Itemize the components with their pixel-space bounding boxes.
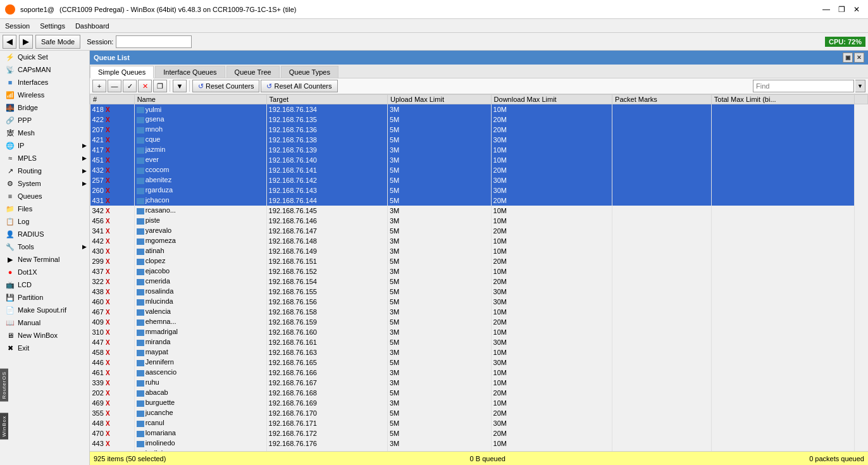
- sidebar-item-tools[interactable]: 🔧 Tools ▶: [0, 240, 89, 253]
- cell-name: maypat: [134, 347, 266, 357]
- safe-mode-button[interactable]: Safe Mode: [35, 35, 80, 49]
- sidebar-item-mesh[interactable]: 🕸 Mesh: [0, 127, 89, 139]
- table-row[interactable]: 257 X abenitez 192.168.76.142 5M 30M: [90, 175, 868, 185]
- table-row[interactable]: 467 X valencia 192.168.76.158 3M 10M: [90, 307, 868, 317]
- table-row[interactable]: 342 X rcasano... 192.168.76.145 3M 10M: [90, 206, 868, 216]
- sidebar-item-files[interactable]: 📁 Files: [0, 202, 89, 215]
- sidebar-item-ppp[interactable]: 🔗 PPP: [0, 114, 89, 127]
- table-row[interactable]: 260 X rgarduza 192.168.76.143 5M 30M: [90, 185, 868, 195]
- copy-button[interactable]: ❐: [153, 80, 167, 92]
- tab-queue-types[interactable]: Queue Types: [281, 66, 338, 78]
- table-row[interactable]: 438 X rosalinda 192.168.76.155 5M 30M: [90, 287, 868, 297]
- col-total[interactable]: Total Max Limit (bi...: [711, 95, 854, 104]
- sidebar-item-capsman[interactable]: 📡 CAPsMAN: [0, 63, 89, 76]
- sidebar-item-new-terminal[interactable]: ▶ New Terminal: [0, 253, 89, 266]
- table-row[interactable]: 443 X imolinedo 192.168.76.176 3M 10M: [90, 438, 868, 449]
- sidebar-item-lcd[interactable]: 📺 LCD: [0, 278, 89, 291]
- sidebar-item-queues[interactable]: ≡ Queues: [0, 190, 89, 202]
- sidebar-item-mpls[interactable]: ≈ MPLS ▶: [0, 152, 89, 164]
- add-button[interactable]: +: [92, 80, 106, 92]
- table-row[interactable]: 469 X burguette 192.168.76.169 3M 10M: [90, 398, 868, 408]
- tab-queue-tree[interactable]: Queue Tree: [226, 66, 280, 78]
- queue-header-close[interactable]: ✕: [854, 53, 864, 63]
- maximize-button[interactable]: ❐: [835, 3, 848, 16]
- table-row[interactable]: 447 X miranda 192.168.76.161 5M 30M: [90, 337, 868, 347]
- cell-download: 10M: [491, 438, 612, 449]
- col-num[interactable]: #: [90, 95, 135, 104]
- table-row[interactable]: 299 X clopez 192.168.76.151 5M 20M: [90, 256, 868, 266]
- table-row[interactable]: 355 X jucanche 192.168.76.170 5M 20M: [90, 408, 868, 418]
- cell-name: lomariana: [134, 428, 266, 438]
- table-row[interactable]: 460 X mlucinda 192.168.76.156 5M 30M: [90, 297, 868, 307]
- table-row[interactable]: 322 X cmerida 192.168.76.154 5M 20M: [90, 276, 868, 287]
- sidebar-item-radius[interactable]: 👤 RADIUS: [0, 228, 89, 240]
- col-download[interactable]: Download Max Limit: [491, 95, 612, 104]
- sidebar-item-wireless[interactable]: 📶 Wireless: [0, 89, 89, 101]
- sidebar-item-routing[interactable]: ↗ Routing ▶: [0, 164, 89, 177]
- table-row[interactable]: 431 X jchacon 192.168.76.144 5M 20M: [90, 195, 868, 206]
- cell-download: 30M: [491, 418, 612, 428]
- sidebar-item-log[interactable]: 📋 Log: [0, 215, 89, 228]
- tab-simple-queues[interactable]: Simple Queues: [90, 66, 154, 78]
- menu-session[interactable]: Session: [0, 21, 35, 31]
- table-row[interactable]: 339 X ruhu 192.168.76.167 3M 10M: [90, 378, 868, 388]
- sidebar-item-system[interactable]: ⚙ System ▶: [0, 177, 89, 190]
- cell-download: 10M: [491, 378, 612, 388]
- table-row[interactable]: 470 X lomariana 192.168.76.172 5M 20M: [90, 428, 868, 438]
- sidebar-item-ip[interactable]: 🌐 IP ▶: [0, 139, 89, 152]
- menu-settings[interactable]: Settings: [35, 21, 70, 31]
- col-name[interactable]: Name: [134, 95, 266, 104]
- col-marks[interactable]: Packet Marks: [612, 95, 712, 104]
- table-row[interactable]: 422 X gsena 192.168.76.135 5M 20M: [90, 115, 868, 125]
- table-row[interactable]: 458 X maypat 192.168.76.163 3M 10M: [90, 347, 868, 357]
- enable-button[interactable]: ✓: [123, 80, 137, 92]
- remove-button[interactable]: —: [108, 80, 121, 92]
- table-row[interactable]: 341 X yarevalo 192.168.76.147 5M 20M: [90, 226, 868, 236]
- col-upload[interactable]: Upload Max Limit: [388, 95, 492, 104]
- table-row[interactable]: 456 X piste 192.168.76.146 3M 10M: [90, 216, 868, 226]
- cell-marks: [612, 135, 712, 145]
- queue-header-restore[interactable]: ▣: [843, 53, 853, 63]
- col-target[interactable]: Target: [266, 95, 387, 104]
- table-row[interactable]: 418 X yulmi 192.168.76.134 3M 10M: [90, 104, 868, 115]
- table-row[interactable]: 432 X ccocom 192.168.76.141 5M 20M: [90, 165, 868, 175]
- table-row[interactable]: 421 X cque 192.168.76.138 5M 30M: [90, 135, 868, 145]
- cell-download: 20M: [491, 428, 612, 438]
- table-row[interactable]: 442 X mgomeza 192.168.76.148 3M 10M: [90, 236, 868, 246]
- table-row[interactable]: 417 X jazmin 192.168.76.139 3M 10M: [90, 145, 868, 155]
- sidebar-item-interfaces[interactable]: ■ Interfaces: [0, 76, 89, 89]
- reset-counters-button[interactable]: ↺ Reset Counters: [192, 80, 259, 92]
- sidebar-item-manual[interactable]: 📖 Manual: [0, 316, 89, 329]
- find-dropdown[interactable]: ▼: [855, 80, 865, 92]
- table-row[interactable]: 310 X mmadrigal 192.168.76.160 3M 10M: [90, 327, 868, 337]
- minimize-button[interactable]: —: [820, 3, 833, 16]
- table-row[interactable]: 430 X atinah 192.168.76.149 3M 10M: [90, 246, 868, 256]
- forward-button[interactable]: ▶: [19, 35, 33, 49]
- table-row[interactable]: 207 X mnoh 192.168.76.136 5M 20M: [90, 125, 868, 135]
- filter-button[interactable]: ▼: [173, 80, 187, 92]
- session-input[interactable]: [116, 35, 192, 48]
- back-button[interactable]: ◀: [3, 35, 16, 49]
- table-row[interactable]: 437 X ejacobo 192.168.76.152 3M 10M: [90, 266, 868, 276]
- disable-button[interactable]: ✕: [138, 80, 152, 92]
- table-row[interactable]: 202 X abacab 192.168.76.168 5M 20M: [90, 388, 868, 398]
- sidebar-item-new-winbox[interactable]: 🖥 New WinBox: [0, 329, 89, 342]
- table-row[interactable]: 409 X ehemna... 192.168.76.159 5M 20M: [90, 317, 868, 327]
- close-button[interactable]: ✕: [850, 3, 863, 16]
- cell-marks: [612, 388, 712, 398]
- find-input[interactable]: [753, 80, 854, 92]
- menu-dashboard[interactable]: Dashboard: [70, 21, 115, 31]
- sidebar-item-bridge[interactable]: 🌉 Bridge: [0, 101, 89, 114]
- sidebar-item-make-supout[interactable]: 📄 Make Supout.rif: [0, 304, 89, 316]
- cell-marks: [612, 195, 712, 206]
- tab-interface-queues[interactable]: Interface Queues: [155, 66, 225, 78]
- table-row[interactable]: 446 X Jennifern 192.168.76.165 5M 30M: [90, 357, 868, 368]
- sidebar-item-partition[interactable]: 💾 Partition: [0, 291, 89, 304]
- sidebar-item-exit[interactable]: ✖ Exit: [0, 342, 89, 354]
- table-row[interactable]: 451 X ever 192.168.76.140 3M 10M: [90, 155, 868, 165]
- table-row[interactable]: 448 X rcanul 192.168.76.171 5M 30M: [90, 418, 868, 428]
- reset-all-counters-button[interactable]: ↺ Reset All Counters: [261, 80, 337, 92]
- sidebar-item-quick-set[interactable]: ⚡ Quick Set: [0, 51, 89, 63]
- sidebar-item-dot1x[interactable]: ● Dot1X: [0, 266, 89, 278]
- table-row[interactable]: 461 X aascencio 192.168.76.166 3M 10M: [90, 368, 868, 378]
